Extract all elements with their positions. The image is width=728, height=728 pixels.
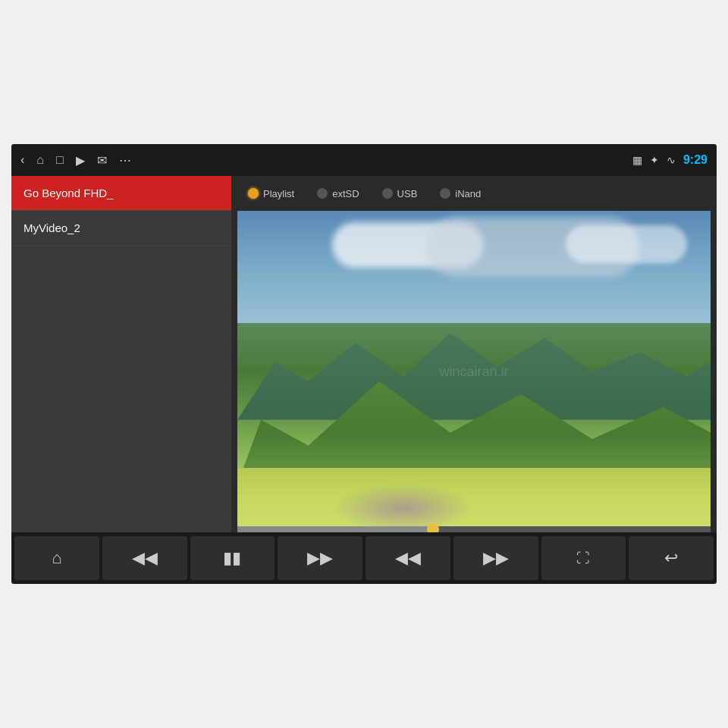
video-frame: wincairan.ir — [237, 211, 711, 532]
video-progress-fill — [237, 526, 436, 532]
source-tab-usb[interactable]: USB — [373, 184, 427, 204]
playlist-item-2[interactable]: MyVideo_2 — [11, 211, 231, 246]
playlist-sidebar: Go Beyond FHD_ MyVideo_2 — [11, 176, 231, 532]
playlist-item-1[interactable]: Go Beyond FHD_ — [11, 176, 231, 211]
clock: 9:29 — [683, 153, 708, 167]
next-button[interactable]: ▶▶ — [278, 536, 362, 580]
clouds-layer — [237, 217, 711, 313]
controls-bar: ⌂ ◀◀ ▮▮ ▶▶ ◀◀ ▶▶ ⛶ ↩ — [11, 532, 717, 584]
progress-thumb[interactable] — [427, 523, 439, 532]
home-icon: ⌂ — [52, 548, 61, 568]
extsd-dot — [317, 188, 328, 199]
fastforward-button[interactable]: ▶▶ — [453, 536, 538, 580]
cast-icon: ▦ — [632, 154, 642, 166]
fullscreen-button[interactable]: ⛶ — [541, 536, 626, 580]
usb-label: USB — [397, 188, 418, 199]
extsd-label: extSD — [332, 188, 359, 199]
back-nav-icon[interactable]: ‹ — [20, 153, 24, 167]
flowers-accent — [332, 484, 474, 532]
camera-nav-icon[interactable]: ▶ — [76, 153, 85, 168]
rewind-button[interactable]: ◀◀ — [366, 536, 450, 580]
mountain-far — [237, 323, 711, 419]
pause-icon: ▮▮ — [223, 548, 241, 568]
prev-button[interactable]: ◀◀ — [102, 536, 187, 580]
inand-dot — [440, 188, 450, 199]
wifi-icon: ∿ — [667, 154, 676, 166]
right-panel: Playlist extSD USB iNand — [231, 176, 717, 532]
status-bar: ‹ ⌂ □ ▶ ✉ ⋯ ▦ ✦ ∿ 9:29 — [11, 144, 717, 176]
status-right: ▦ ✦ ∿ 9:29 — [632, 153, 708, 167]
more-nav-icon[interactable]: ⋯ — [119, 153, 131, 168]
pause-button[interactable]: ▮▮ — [190, 536, 275, 580]
fullscreen-icon: ⛶ — [576, 551, 590, 566]
inand-label: iNand — [455, 188, 481, 199]
source-tab-playlist[interactable]: Playlist — [239, 184, 303, 204]
prev-icon: ◀◀ — [132, 548, 158, 568]
nav-icons: ‹ ⌂ □ ▶ ✉ ⋯ — [20, 153, 131, 168]
source-tabs: Playlist extSD USB iNand — [231, 176, 717, 211]
next-icon: ▶▶ — [307, 548, 333, 568]
cloud-3 — [566, 225, 687, 263]
source-tab-inand[interactable]: iNand — [431, 184, 490, 204]
home-nav-icon[interactable]: ⌂ — [36, 153, 44, 167]
video-progress-bar[interactable] — [237, 526, 711, 532]
playlist-label: Playlist — [263, 188, 294, 199]
rewind-icon: ◀◀ — [395, 548, 421, 568]
bag-nav-icon[interactable]: ✉ — [97, 153, 107, 168]
usb-dot — [382, 188, 393, 199]
back-button[interactable]: ↩ — [629, 536, 714, 580]
home-button[interactable]: ⌂ — [14, 536, 99, 580]
playlist-dot — [248, 188, 259, 199]
valley-bg — [237, 468, 711, 532]
recents-nav-icon[interactable]: □ — [56, 153, 64, 167]
device-frame: ‹ ⌂ □ ▶ ✉ ⋯ ▦ ✦ ∿ 9:29 Go Beyond FHD_ My… — [11, 144, 717, 584]
main-content: Go Beyond FHD_ MyVideo_2 Playlist extSD — [11, 176, 717, 532]
video-player[interactable]: wincairan.ir — [237, 211, 711, 532]
bluetooth-icon: ✦ — [650, 154, 659, 166]
source-tab-extsd[interactable]: extSD — [308, 184, 368, 204]
fastforward-icon: ▶▶ — [483, 548, 509, 568]
back-icon: ↩ — [664, 548, 678, 568]
